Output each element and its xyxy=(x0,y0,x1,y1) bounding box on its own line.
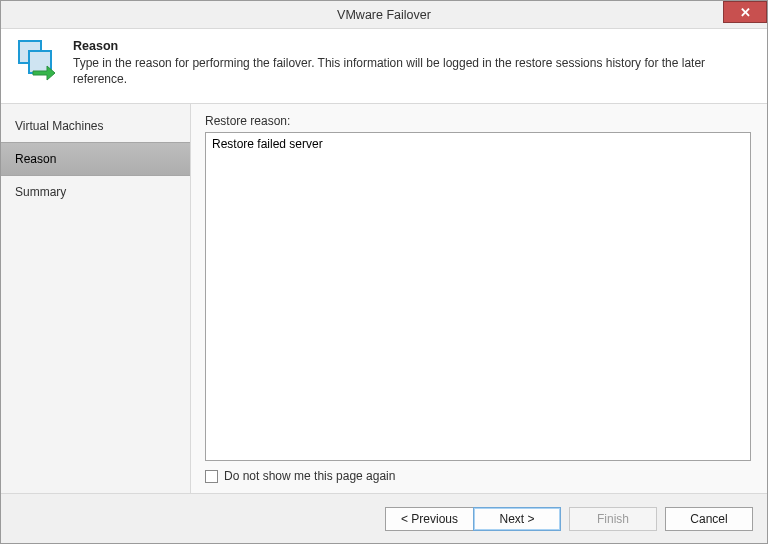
dont-show-again-checkbox[interactable] xyxy=(205,470,218,483)
wizard-header: Reason Type in the reason for performing… xyxy=(1,29,767,103)
sidebar-item-reason[interactable]: Reason xyxy=(1,142,190,176)
wizard-window: VMware Failover ✕ Reason Type in the rea… xyxy=(0,0,768,544)
wizard-footer: < Previous Next > Finish Cancel xyxy=(1,493,767,543)
finish-button-label: Finish xyxy=(597,512,629,526)
dont-show-again-label: Do not show me this page again xyxy=(224,469,395,483)
close-icon: ✕ xyxy=(740,5,751,20)
finish-button: Finish xyxy=(569,507,657,531)
cancel-button[interactable]: Cancel xyxy=(665,507,753,531)
next-button[interactable]: Next > xyxy=(473,507,561,531)
close-button[interactable]: ✕ xyxy=(723,1,767,23)
cancel-button-label: Cancel xyxy=(690,512,727,526)
titlebar: VMware Failover ✕ xyxy=(1,1,767,29)
dont-show-again-row[interactable]: Do not show me this page again xyxy=(205,469,751,483)
reason-textarea[interactable] xyxy=(205,132,751,461)
sidebar-item-label: Virtual Machines xyxy=(15,119,104,133)
nav-button-group: < Previous Next > xyxy=(385,507,561,531)
failover-icon xyxy=(15,39,61,85)
next-button-label: Next > xyxy=(499,512,534,526)
reason-label: Restore reason: xyxy=(205,114,751,128)
header-text: Reason Type in the reason for performing… xyxy=(73,39,753,87)
previous-button-label: < Previous xyxy=(401,512,458,526)
header-title: Reason xyxy=(73,39,753,53)
sidebar-item-label: Reason xyxy=(15,152,56,166)
sidebar-item-label: Summary xyxy=(15,185,66,199)
previous-button[interactable]: < Previous xyxy=(385,507,473,531)
wizard-main: Restore reason: Do not show me this page… xyxy=(191,104,767,493)
wizard-body: Virtual Machines Reason Summary Restore … xyxy=(1,103,767,493)
sidebar-item-summary[interactable]: Summary xyxy=(1,176,190,208)
window-title: VMware Failover xyxy=(1,8,767,22)
wizard-sidebar: Virtual Machines Reason Summary xyxy=(1,104,191,493)
sidebar-item-virtual-machines[interactable]: Virtual Machines xyxy=(1,110,190,142)
header-description: Type in the reason for performing the fa… xyxy=(73,55,753,87)
